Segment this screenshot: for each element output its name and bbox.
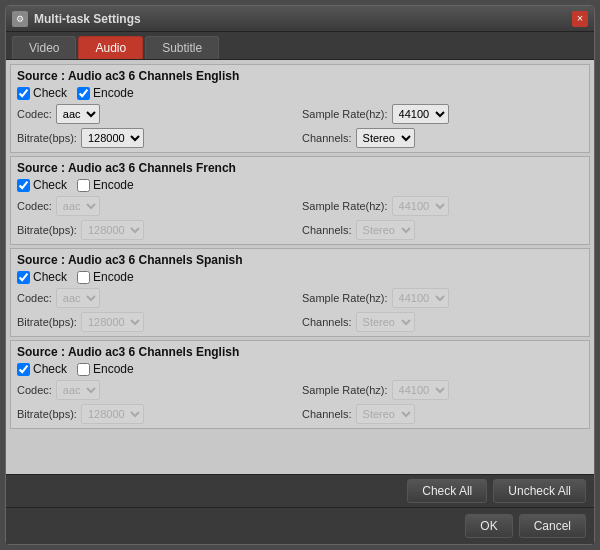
check-checkbox-1[interactable] [17, 87, 30, 100]
fields-4: Codec: aac Sample Rate(hz): 44100 Bitrat… [17, 380, 583, 424]
codec-field-1: Codec: aac [17, 104, 298, 124]
cancel-button[interactable]: Cancel [519, 514, 586, 538]
channels-select-1[interactable]: Stereo [356, 128, 415, 148]
content-area: Source : Audio ac3 6 Channels English Ch… [6, 60, 594, 474]
codec-label-4: Codec: [17, 384, 52, 396]
sample-rate-field-2: Sample Rate(hz): 44100 [302, 196, 583, 216]
encode-label-3[interactable]: Encode [77, 270, 134, 284]
check-all-row: Check All Uncheck All [6, 474, 594, 507]
codec-field-3: Codec: aac [17, 288, 298, 308]
encode-checkbox-2[interactable] [77, 179, 90, 192]
check-row-3: Check Encode [17, 270, 583, 284]
channels-label-3: Channels: [302, 316, 352, 328]
check-all-button[interactable]: Check All [407, 479, 487, 503]
check-label-4[interactable]: Check [17, 362, 67, 376]
sample-rate-label-3: Sample Rate(hz): [302, 292, 388, 304]
sample-rate-field-1: Sample Rate(hz): 44100 [302, 104, 583, 124]
codec-label-2: Codec: [17, 200, 52, 212]
channels-label-4: Channels: [302, 408, 352, 420]
fields-3: Codec: aac Sample Rate(hz): 44100 Bitrat… [17, 288, 583, 332]
source-block-1: Source : Audio ac3 6 Channels English Ch… [10, 64, 590, 153]
sample-rate-select-3[interactable]: 44100 [392, 288, 449, 308]
close-button[interactable]: × [572, 11, 588, 27]
sample-rate-select-1[interactable]: 44100 [392, 104, 449, 124]
codec-field-4: Codec: aac [17, 380, 298, 400]
source-title-3: Source : Audio ac3 6 Channels Spanish [17, 253, 583, 267]
sample-rate-label-4: Sample Rate(hz): [302, 384, 388, 396]
source-block-2: Source : Audio ac3 6 Channels French Che… [10, 156, 590, 245]
channels-label-2: Channels: [302, 224, 352, 236]
encode-label-1[interactable]: Encode [77, 86, 134, 100]
source-title-1: Source : Audio ac3 6 Channels English [17, 69, 583, 83]
bitrate-label-4: Bitrate(bps): [17, 408, 77, 420]
window-title: Multi-task Settings [34, 12, 141, 26]
tab-subtitle[interactable]: Subtitle [145, 36, 219, 59]
sample-rate-field-4: Sample Rate(hz): 44100 [302, 380, 583, 400]
encode-checkbox-4[interactable] [77, 363, 90, 376]
sample-rate-label-2: Sample Rate(hz): [302, 200, 388, 212]
channels-select-4[interactable]: Stereo [356, 404, 415, 424]
channels-field-1: Channels: Stereo [302, 128, 583, 148]
encode-label-2[interactable]: Encode [77, 178, 134, 192]
bitrate-field-2: Bitrate(bps): 128000 [17, 220, 298, 240]
source-title-4: Source : Audio ac3 6 Channels English [17, 345, 583, 359]
uncheck-all-button[interactable]: Uncheck All [493, 479, 586, 503]
codec-field-2: Codec: aac [17, 196, 298, 216]
codec-select-1[interactable]: aac [56, 104, 100, 124]
source-title-2: Source : Audio ac3 6 Channels French [17, 161, 583, 175]
tab-bar: Video Audio Subtitle [6, 32, 594, 60]
codec-label-3: Codec: [17, 292, 52, 304]
sample-rate-field-3: Sample Rate(hz): 44100 [302, 288, 583, 308]
check-row-4: Check Encode [17, 362, 583, 376]
bitrate-select-4[interactable]: 128000 [81, 404, 144, 424]
title-bar: ⚙ Multi-task Settings × [6, 6, 594, 32]
source-block-3: Source : Audio ac3 6 Channels Spanish Ch… [10, 248, 590, 337]
bottom-bar: OK Cancel [6, 507, 594, 544]
fields-2: Codec: aac Sample Rate(hz): 44100 Bitrat… [17, 196, 583, 240]
channels-label-1: Channels: [302, 132, 352, 144]
encode-checkbox-1[interactable] [77, 87, 90, 100]
channels-field-4: Channels: Stereo [302, 404, 583, 424]
main-window: ⚙ Multi-task Settings × Video Audio Subt… [5, 5, 595, 545]
check-label-3[interactable]: Check [17, 270, 67, 284]
fields-1: Codec: aac Sample Rate(hz): 44100 Bitrat… [17, 104, 583, 148]
window-icon: ⚙ [12, 11, 28, 27]
check-label-1[interactable]: Check [17, 86, 67, 100]
check-label-2[interactable]: Check [17, 178, 67, 192]
check-row-1: Check Encode [17, 86, 583, 100]
bitrate-label-3: Bitrate(bps): [17, 316, 77, 328]
bitrate-select-1[interactable]: 128000 [81, 128, 144, 148]
ok-button[interactable]: OK [465, 514, 512, 538]
bitrate-label-2: Bitrate(bps): [17, 224, 77, 236]
channels-select-3[interactable]: Stereo [356, 312, 415, 332]
bitrate-select-2[interactable]: 128000 [81, 220, 144, 240]
channels-field-3: Channels: Stereo [302, 312, 583, 332]
codec-select-4[interactable]: aac [56, 380, 100, 400]
tab-audio[interactable]: Audio [78, 36, 143, 59]
encode-label-4[interactable]: Encode [77, 362, 134, 376]
tab-video[interactable]: Video [12, 36, 76, 59]
sample-rate-select-2[interactable]: 44100 [392, 196, 449, 216]
encode-checkbox-3[interactable] [77, 271, 90, 284]
check-checkbox-2[interactable] [17, 179, 30, 192]
codec-select-3[interactable]: aac [56, 288, 100, 308]
channels-select-2[interactable]: Stereo [356, 220, 415, 240]
bitrate-label-1: Bitrate(bps): [17, 132, 77, 144]
title-bar-left: ⚙ Multi-task Settings [12, 11, 141, 27]
codec-label-1: Codec: [17, 108, 52, 120]
bitrate-field-4: Bitrate(bps): 128000 [17, 404, 298, 424]
channels-field-2: Channels: Stereo [302, 220, 583, 240]
sample-rate-label-1: Sample Rate(hz): [302, 108, 388, 120]
codec-select-2[interactable]: aac [56, 196, 100, 216]
source-block-4: Source : Audio ac3 6 Channels English Ch… [10, 340, 590, 429]
sample-rate-select-4[interactable]: 44100 [392, 380, 449, 400]
check-checkbox-3[interactable] [17, 271, 30, 284]
bitrate-select-3[interactable]: 128000 [81, 312, 144, 332]
check-row-2: Check Encode [17, 178, 583, 192]
check-checkbox-4[interactable] [17, 363, 30, 376]
bitrate-field-3: Bitrate(bps): 128000 [17, 312, 298, 332]
bitrate-field-1: Bitrate(bps): 128000 [17, 128, 298, 148]
